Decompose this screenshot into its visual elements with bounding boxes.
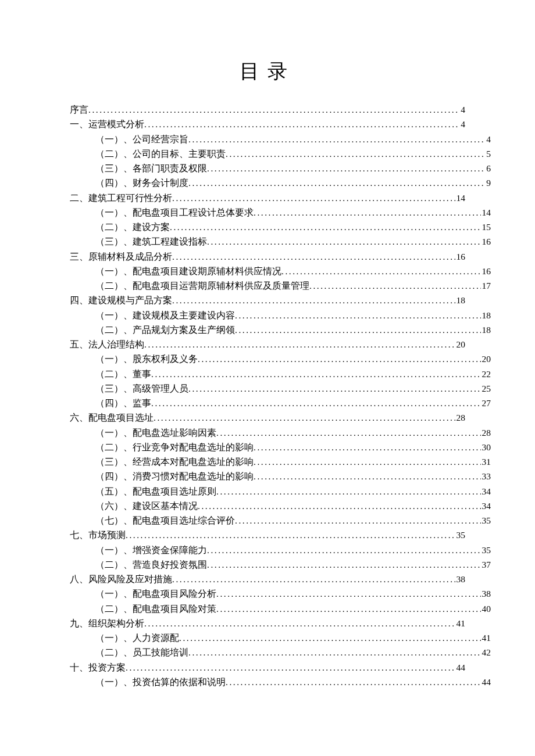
toc-leader-dots: [144, 616, 455, 630]
toc-entry-label: （三）、各部门职责及权限: [95, 161, 207, 175]
toc-leader-dots: [172, 249, 455, 264]
toc-entry-label: （一）、配电盘项目风险分析: [95, 586, 216, 601]
toc-entry-page: 14: [455, 191, 466, 205]
toc-entry-label: （一）、配电盘项目工程设计总体要求: [95, 205, 254, 220]
toc-entry: （四）、消费习惯对配电盘选址的影响33: [70, 469, 491, 483]
toc-entry-label: （二）、配电盘项目风险对策: [95, 601, 216, 616]
toc-entry-page: 42: [481, 645, 491, 660]
toc-leader-dots: [172, 191, 455, 205]
toc-leader-dots: [216, 484, 481, 499]
toc-entry-label: （一）、股东权利及义务: [95, 352, 198, 366]
toc-leader-dots: [207, 557, 481, 572]
toc-entry: （一）、股东权利及义务20: [70, 352, 491, 366]
toc-leader-dots: [235, 308, 481, 323]
toc-entry-page: 40: [481, 601, 491, 616]
toc-leader-dots: [126, 660, 455, 675]
toc-entry: （一）、配电盘项目建设期原辅材料供应情况16: [70, 264, 491, 278]
toc-leader-dots: [151, 367, 481, 381]
toc-leader-dots: [226, 675, 481, 689]
toc-entry: （三）、各部门职责及权限6: [70, 161, 491, 175]
toc-entry: 三、原辅材料及成品分析16: [70, 249, 465, 264]
toc-entry-page: 25: [481, 381, 491, 396]
toc-entry-label: （二）、配电盘项目运营期原辅材料供应及质量管理: [95, 278, 309, 293]
toc-entry-page: 38: [481, 586, 491, 601]
toc-entry: （一）、配电盘项目工程设计总体要求14: [70, 205, 491, 220]
toc-leader-dots: [172, 572, 455, 586]
toc-entry-page: 28: [455, 410, 466, 425]
toc-entry-label: （一）、人力资源配: [95, 630, 179, 645]
toc-entry-page: 34: [481, 499, 491, 513]
toc-entry: （三）、高级管理人员25: [70, 381, 491, 396]
toc-entry: （一）、投资估算的依据和说明44: [70, 675, 491, 689]
toc-entry: （二）、公司的目标、主要职责5: [70, 146, 491, 161]
toc-entry: （一）、人力资源配41: [70, 630, 491, 645]
toc-entry-page: 37: [481, 557, 491, 572]
toc-entry: （一）、配电盘选址影响因素28: [70, 425, 491, 440]
toc-entry-label: （一）、配电盘选址影响因素: [95, 425, 216, 440]
toc-leader-dots: [188, 381, 481, 396]
toc-entry: （二）、行业竞争对配电盘选址的影响30: [70, 440, 491, 454]
toc-entry: （二）、产品规划方案及生产纲领18: [70, 323, 491, 337]
toc-entry-page: 34: [481, 484, 491, 499]
toc-entry-page: 33: [481, 469, 491, 483]
toc-entry-page: 18: [481, 308, 491, 323]
toc-entry: （二）、建设方案15: [70, 220, 491, 234]
toc-entry-label: 九、组织架构分析: [70, 616, 144, 630]
toc-entry-label: （一）、配电盘项目建设期原辅材料供应情况: [95, 264, 281, 278]
toc-entry-label: （二）、公司的目标、主要职责: [95, 146, 226, 161]
toc-entry-label: （四）、监事: [95, 396, 151, 410]
toc-leader-dots: [254, 440, 481, 454]
toc-leader-dots: [179, 630, 481, 645]
toc-entry: （六）、建设区基本情况34: [70, 499, 491, 513]
toc-entry: 序言4: [70, 102, 465, 117]
toc-entry-page: 28: [481, 425, 491, 440]
toc-leader-dots: [198, 499, 481, 513]
toc-entry-page: 38: [455, 572, 466, 586]
toc-entry-page: 17: [481, 278, 491, 293]
toc-entry: （一）、配电盘项目风险分析38: [70, 586, 491, 601]
toc-entry-label: （二）、建设方案: [95, 220, 170, 234]
toc-entry: 五、法人治理结构20: [70, 337, 465, 352]
toc-entry-page: 20: [455, 337, 466, 352]
toc-leader-dots: [309, 278, 481, 293]
toc-entry-page: 41: [481, 630, 491, 645]
toc-leader-dots: [170, 220, 481, 234]
toc-entry-page: 18: [481, 323, 491, 337]
toc-entry-label: （六）、建设区基本情况: [95, 499, 198, 513]
toc-leader-dots: [254, 454, 481, 469]
toc-entry-page: 5: [485, 146, 491, 161]
toc-leader-dots: [235, 323, 481, 337]
toc-entry: 七、市场预测35: [70, 528, 465, 542]
toc-entry-label: 二、建筑工程可行性分析: [70, 191, 172, 205]
toc-entry-label: （二）、员工技能培训: [95, 645, 188, 660]
toc-entry-page: 20: [481, 352, 491, 366]
toc-leader-dots: [172, 293, 455, 307]
toc-entry: （四）、监事27: [70, 396, 491, 410]
toc-entry-label: 七、市场预测: [70, 528, 126, 542]
toc-entry: （四）、财务会计制度9: [70, 175, 491, 190]
toc-entry-label: （一）、建设规模及主要建设内容: [95, 308, 235, 323]
toc-entry-label: 十、投资方案: [70, 660, 126, 675]
toc-leader-dots: [88, 102, 459, 117]
toc-leader-dots: [207, 234, 481, 249]
toc-entry-page: 30: [481, 440, 491, 454]
toc-leader-dots: [235, 513, 481, 528]
toc-entry-page: 16: [481, 264, 491, 278]
toc-entry-label: （一）、增强资金保障能力: [95, 543, 207, 557]
toc-entry-label: 五、法人治理结构: [70, 337, 144, 352]
toc-entry-page: 35: [481, 543, 491, 557]
toc-leader-dots: [188, 175, 485, 190]
toc-entry: 四、建设规模与产品方案18: [70, 293, 465, 307]
toc-entry: （三）、建筑工程建设指标16: [70, 234, 491, 249]
toc-entry: 十、投资方案44: [70, 660, 465, 675]
toc-entry-label: 六、配电盘项目选址: [70, 410, 154, 425]
toc-entry-page: 4: [459, 102, 465, 117]
toc-leader-dots: [254, 205, 481, 220]
toc-entry-page: 31: [481, 454, 491, 469]
toc-entry: （一）、增强资金保障能力35: [70, 543, 491, 557]
toc-entry: （二）、营造良好投资氛围37: [70, 557, 491, 572]
toc-entry-label: （二）、行业竞争对配电盘选址的影响: [95, 440, 254, 454]
toc-entry-label: （三）、建筑工程建设指标: [95, 234, 207, 249]
toc-entry: （二）、配电盘项目运营期原辅材料供应及质量管理17: [70, 278, 491, 293]
toc-entry-page: 6: [485, 161, 491, 175]
